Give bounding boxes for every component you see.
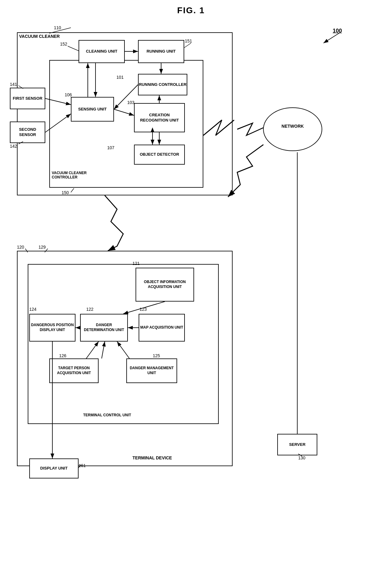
ref-129: 129 [39,245,46,250]
diagram: FIG. 1 VACUUM CLEANER 110 VACUUM CLEANER… [0,0,382,588]
fig-title: FIG. 1 [0,6,382,15]
ref-161: 161 [79,463,86,468]
ref-130: 130 [298,455,305,460]
ref-126: 126 [59,353,66,358]
svg-point-0 [263,108,322,151]
second-sensor-box: SECOND SENSOR [10,122,45,143]
ref-142: 142 [10,144,17,149]
object-info-box: OBJECT INFORMATION ACQUISITION UNIT [136,268,194,302]
ref-152: 152 [60,42,67,46]
ref-100: 100 [333,28,342,34]
creation-recognition-box: CREATION RECOGNITION UNIT [134,103,185,132]
ref-122: 122 [86,307,93,312]
ref-106: 106 [65,92,72,97]
ref-121: 121 [132,261,140,266]
running-unit-box: RUNNING UNIT [138,40,184,63]
sensing-unit-box: SENSING UNIT [71,97,114,122]
terminal-control-label: TERMINAL CONTROL UNIT [83,413,131,417]
ref-120: 120 [17,245,24,250]
terminal-device-label: TERMINAL DEVICE [132,455,172,460]
network-ellipse-svg: NETWORK [262,105,323,152]
vc-controller-label: VACUUM CLEANERCONTROLLER [52,171,87,179]
ref-151: 151 [185,38,192,43]
ref-125: 125 [153,353,160,358]
svg-text:NETWORK: NETWORK [282,124,304,129]
ref-101: 101 [116,75,124,80]
ref-107: 107 [107,145,114,150]
cleaning-unit-box: CLEANING UNIT [79,40,125,63]
map-acquisition-box: MAP ACQUISITION UNIT [139,314,185,342]
display-unit-box: DISPLAY UNIT [29,458,79,478]
ref-103: 103 [127,100,134,105]
running-controller-box: RUNNING CONTROLLER [138,74,187,95]
object-detector-box: OBJECT DETECTOR [134,145,185,165]
danger-determination-box: DANGER DETERMINATION UNIT [80,314,128,342]
ref-141: 141 [10,82,17,87]
server-box: SERVER [277,434,317,455]
ref-150: 150 [62,190,69,195]
danger-management-box: DANGER MANAGEMENT UNIT [126,358,177,383]
ref-110: 110 [54,25,61,30]
ref-124: 124 [29,307,36,312]
vacuum-cleaner-label: VACUUM CLEANER [19,34,60,39]
dangerous-position-box: DANGEROUS POSITION DISPLAY UNIT [29,314,75,342]
target-person-box: TARGET PERSON ACQUISITION UNIT [49,358,99,383]
first-sensor-box: FIRST SENSOR [10,88,45,109]
ref-123: 123 [140,307,147,312]
